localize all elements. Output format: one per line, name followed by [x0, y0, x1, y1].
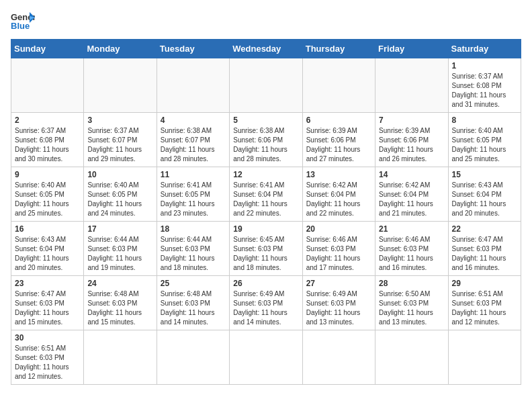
day-info: Sunrise: 6:39 AM Sunset: 6:06 PM Dayligh…	[306, 126, 371, 164]
logo: General Blue	[11, 11, 40, 31]
day-info: Sunrise: 6:42 AM Sunset: 6:04 PM Dayligh…	[379, 181, 444, 218]
day-info: Sunrise: 6:40 AM Sunset: 6:05 PM Dayligh…	[87, 181, 152, 218]
day-number: 30	[15, 333, 80, 342]
day-number: 9	[15, 170, 80, 179]
day-number: 29	[452, 279, 517, 288]
day-info: Sunrise: 6:37 AM Sunset: 6:08 PM Dayligh…	[15, 126, 80, 164]
calendar-cell: 29Sunrise: 6:51 AM Sunset: 6:03 PM Dayli…	[448, 276, 521, 330]
calendar-cell: 18Sunrise: 6:44 AM Sunset: 6:03 PM Dayli…	[157, 222, 229, 276]
calendar-cell: 3Sunrise: 6:37 AM Sunset: 6:07 PM Daylig…	[84, 113, 157, 167]
day-info: Sunrise: 6:49 AM Sunset: 6:03 PM Dayligh…	[233, 289, 298, 327]
calendar-cell: 14Sunrise: 6:42 AM Sunset: 6:04 PM Dayli…	[375, 167, 448, 222]
calendar-cell: 4Sunrise: 6:38 AM Sunset: 6:07 PM Daylig…	[157, 113, 229, 167]
day-info: Sunrise: 6:41 AM Sunset: 6:05 PM Dayligh…	[161, 181, 226, 218]
calendar-cell: 6Sunrise: 6:39 AM Sunset: 6:06 PM Daylig…	[302, 113, 375, 167]
calendar-cell	[230, 330, 302, 385]
day-number: 11	[161, 170, 226, 179]
calendar-cell: 7Sunrise: 6:39 AM Sunset: 6:06 PM Daylig…	[375, 113, 448, 167]
calendar-cell: 27Sunrise: 6:49 AM Sunset: 6:03 PM Dayli…	[302, 276, 375, 330]
day-number: 17	[87, 224, 152, 234]
calendar-row-3: 16Sunrise: 6:43 AM Sunset: 6:04 PM Dayli…	[11, 222, 521, 276]
day-number: 4	[161, 116, 226, 125]
calendar-cell	[302, 58, 375, 113]
weekday-header-friday: Friday	[375, 40, 448, 58]
day-info: Sunrise: 6:39 AM Sunset: 6:06 PM Dayligh…	[379, 126, 444, 164]
day-number: 3	[87, 116, 152, 125]
calendar-cell: 2Sunrise: 6:37 AM Sunset: 6:08 PM Daylig…	[11, 113, 84, 167]
day-info: Sunrise: 6:46 AM Sunset: 6:03 PM Dayligh…	[306, 235, 371, 273]
calendar-cell: 11Sunrise: 6:41 AM Sunset: 6:05 PM Dayli…	[157, 167, 229, 222]
calendar-cell	[84, 330, 157, 385]
weekday-header-tuesday: Tuesday	[157, 40, 229, 58]
day-number: 28	[379, 279, 444, 288]
calendar-cell: 23Sunrise: 6:47 AM Sunset: 6:03 PM Dayli…	[11, 276, 84, 330]
day-info: Sunrise: 6:38 AM Sunset: 6:06 PM Dayligh…	[233, 126, 298, 164]
calendar-cell: 13Sunrise: 6:42 AM Sunset: 6:04 PM Dayli…	[302, 167, 375, 222]
day-info: Sunrise: 6:44 AM Sunset: 6:03 PM Dayligh…	[87, 235, 152, 273]
day-number: 14	[379, 170, 444, 179]
weekday-header-monday: Monday	[84, 40, 157, 58]
day-info: Sunrise: 6:51 AM Sunset: 6:03 PM Dayligh…	[15, 344, 80, 381]
weekday-header-saturday: Saturday	[448, 40, 521, 58]
calendar-table: SundayMondayTuesdayWednesdayThursdayFrid…	[11, 39, 521, 385]
day-number: 23	[15, 279, 80, 288]
calendar-cell: 16Sunrise: 6:43 AM Sunset: 6:04 PM Dayli…	[11, 222, 84, 276]
day-info: Sunrise: 6:48 AM Sunset: 6:03 PM Dayligh…	[87, 289, 152, 327]
calendar-row-1: 2Sunrise: 6:37 AM Sunset: 6:08 PM Daylig…	[11, 113, 521, 167]
day-info: Sunrise: 6:37 AM Sunset: 6:08 PM Dayligh…	[452, 72, 517, 109]
calendar-cell: 9Sunrise: 6:40 AM Sunset: 6:05 PM Daylig…	[11, 167, 84, 222]
calendar-cell	[375, 58, 448, 113]
day-info: Sunrise: 6:47 AM Sunset: 6:03 PM Dayligh…	[15, 289, 80, 327]
day-info: Sunrise: 6:46 AM Sunset: 6:03 PM Dayligh…	[379, 235, 444, 273]
weekday-header-row: SundayMondayTuesdayWednesdayThursdayFrid…	[11, 40, 521, 58]
day-number: 22	[452, 224, 517, 234]
day-number: 10	[87, 170, 152, 179]
calendar-cell: 5Sunrise: 6:38 AM Sunset: 6:06 PM Daylig…	[230, 113, 302, 167]
calendar-row-2: 9Sunrise: 6:40 AM Sunset: 6:05 PM Daylig…	[11, 167, 521, 222]
calendar-cell: 12Sunrise: 6:41 AM Sunset: 6:04 PM Dayli…	[230, 167, 302, 222]
day-info: Sunrise: 6:40 AM Sunset: 6:05 PM Dayligh…	[15, 181, 80, 218]
calendar-cell	[302, 330, 375, 385]
calendar-cell: 21Sunrise: 6:46 AM Sunset: 6:03 PM Dayli…	[375, 222, 448, 276]
day-info: Sunrise: 6:41 AM Sunset: 6:04 PM Dayligh…	[233, 181, 298, 218]
calendar-cell: 30Sunrise: 6:51 AM Sunset: 6:03 PM Dayli…	[11, 330, 84, 385]
calendar-cell: 20Sunrise: 6:46 AM Sunset: 6:03 PM Dayli…	[302, 222, 375, 276]
day-info: Sunrise: 6:45 AM Sunset: 6:03 PM Dayligh…	[233, 235, 298, 273]
day-info: Sunrise: 6:48 AM Sunset: 6:03 PM Dayligh…	[161, 289, 226, 327]
calendar-cell: 25Sunrise: 6:48 AM Sunset: 6:03 PM Dayli…	[157, 276, 229, 330]
calendar-cell: 10Sunrise: 6:40 AM Sunset: 6:05 PM Dayli…	[84, 167, 157, 222]
calendar-cell: 17Sunrise: 6:44 AM Sunset: 6:03 PM Dayli…	[84, 222, 157, 276]
day-number: 1	[452, 61, 517, 71]
day-info: Sunrise: 6:37 AM Sunset: 6:07 PM Dayligh…	[87, 126, 152, 164]
calendar-cell: 22Sunrise: 6:47 AM Sunset: 6:03 PM Dayli…	[448, 222, 521, 276]
calendar-cell	[84, 58, 157, 113]
day-number: 15	[452, 170, 517, 179]
day-info: Sunrise: 6:38 AM Sunset: 6:07 PM Dayligh…	[161, 126, 226, 164]
day-info: Sunrise: 6:47 AM Sunset: 6:03 PM Dayligh…	[452, 235, 517, 273]
day-number: 16	[15, 224, 80, 234]
day-number: 13	[306, 170, 371, 179]
day-info: Sunrise: 6:49 AM Sunset: 6:03 PM Dayligh…	[306, 289, 371, 327]
calendar-cell	[375, 330, 448, 385]
calendar-row-5: 30Sunrise: 6:51 AM Sunset: 6:03 PM Dayli…	[11, 330, 521, 385]
day-number: 18	[161, 224, 226, 234]
day-number: 19	[233, 224, 298, 234]
day-number: 6	[306, 116, 371, 125]
calendar-cell	[157, 330, 229, 385]
day-number: 20	[306, 224, 371, 234]
calendar-cell: 26Sunrise: 6:49 AM Sunset: 6:03 PM Dayli…	[230, 276, 302, 330]
day-number: 5	[233, 116, 298, 125]
day-number: 8	[452, 116, 517, 125]
weekday-header-thursday: Thursday	[302, 40, 375, 58]
day-number: 7	[379, 116, 444, 125]
weekday-header-wednesday: Wednesday	[230, 40, 302, 58]
calendar-row-0: 1Sunrise: 6:37 AM Sunset: 6:08 PM Daylig…	[11, 58, 521, 113]
day-number: 27	[306, 279, 371, 288]
day-info: Sunrise: 6:50 AM Sunset: 6:03 PM Dayligh…	[379, 289, 444, 327]
day-number: 2	[15, 116, 80, 125]
day-number: 25	[161, 279, 226, 288]
day-info: Sunrise: 6:43 AM Sunset: 6:04 PM Dayligh…	[15, 235, 80, 273]
weekday-header-sunday: Sunday	[11, 40, 84, 58]
day-number: 24	[87, 279, 152, 288]
calendar-cell: 19Sunrise: 6:45 AM Sunset: 6:03 PM Dayli…	[230, 222, 302, 276]
